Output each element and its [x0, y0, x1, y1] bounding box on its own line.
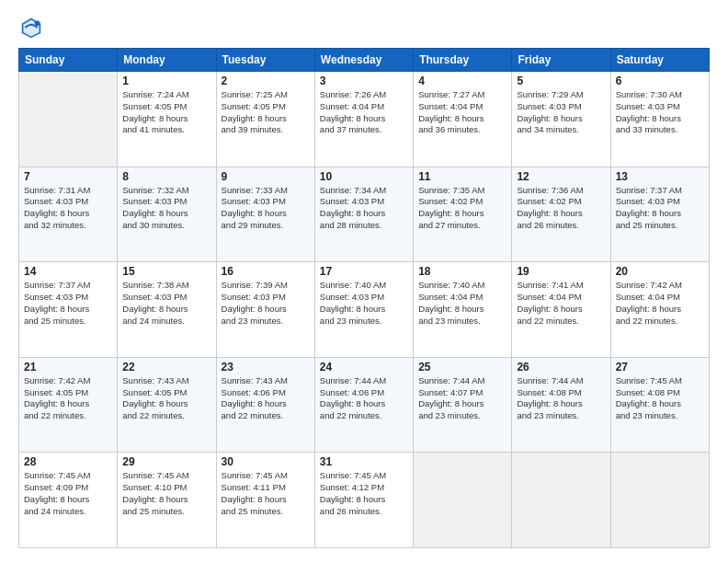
- day-number: 5: [517, 75, 605, 87]
- calendar-week-row: 21Sunrise: 7:42 AMSunset: 4:05 PMDayligh…: [19, 357, 710, 453]
- calendar-cell: 12Sunrise: 7:36 AMSunset: 4:02 PMDayligh…: [512, 167, 610, 262]
- day-number: 20: [616, 265, 704, 278]
- day-number: 29: [122, 455, 210, 468]
- calendar-cell: 15Sunrise: 7:38 AMSunset: 4:03 PMDayligh…: [118, 262, 216, 358]
- calendar-cell: 26Sunrise: 7:44 AMSunset: 4:08 PMDayligh…: [512, 357, 610, 453]
- svg-marker-0: [21, 17, 41, 39]
- calendar-cell: 4Sunrise: 7:27 AMSunset: 4:04 PMDaylight…: [414, 72, 512, 167]
- day-info: Sunrise: 7:44 AMSunset: 4:08 PMDaylight:…: [517, 375, 605, 422]
- calendar-cell: 18Sunrise: 7:40 AMSunset: 4:04 PMDayligh…: [414, 262, 512, 358]
- day-number: 8: [122, 170, 210, 183]
- calendar-cell: 30Sunrise: 7:45 AMSunset: 4:11 PMDayligh…: [216, 453, 314, 548]
- day-info: Sunrise: 7:44 AMSunset: 4:07 PMDaylight:…: [418, 375, 506, 422]
- day-number: 16: [222, 265, 310, 278]
- logo-icon: [18, 15, 44, 40]
- day-number: 9: [222, 170, 310, 183]
- calendar-cell: 2Sunrise: 7:25 AMSunset: 4:05 PMDaylight…: [216, 72, 314, 167]
- day-number: 7: [24, 170, 112, 183]
- day-number: 10: [320, 170, 408, 183]
- svg-point-2: [35, 21, 40, 27]
- calendar-cell: 9Sunrise: 7:33 AMSunset: 4:03 PMDaylight…: [216, 167, 314, 262]
- day-info: Sunrise: 7:44 AMSunset: 4:06 PMDaylight:…: [320, 375, 408, 422]
- day-info: Sunrise: 7:39 AMSunset: 4:03 PMDaylight:…: [222, 280, 310, 327]
- calendar-cell: 23Sunrise: 7:43 AMSunset: 4:06 PMDayligh…: [216, 357, 314, 453]
- calendar-week-row: 14Sunrise: 7:37 AMSunset: 4:03 PMDayligh…: [19, 262, 710, 358]
- calendar-cell: 17Sunrise: 7:40 AMSunset: 4:03 PMDayligh…: [314, 262, 413, 358]
- day-info: Sunrise: 7:45 AMSunset: 4:08 PMDaylight:…: [616, 375, 704, 422]
- day-info: Sunrise: 7:43 AMSunset: 4:06 PMDaylight:…: [222, 375, 310, 422]
- calendar-header-cell-friday: Friday: [512, 49, 610, 72]
- day-info: Sunrise: 7:35 AMSunset: 4:02 PMDaylight:…: [418, 185, 506, 232]
- calendar-cell: 11Sunrise: 7:35 AMSunset: 4:02 PMDayligh…: [414, 167, 512, 262]
- day-info: Sunrise: 7:45 AMSunset: 4:11 PMDaylight:…: [222, 470, 310, 517]
- day-info: Sunrise: 7:27 AMSunset: 4:04 PMDaylight:…: [418, 89, 506, 136]
- day-info: Sunrise: 7:25 AMSunset: 4:05 PMDaylight:…: [222, 89, 310, 136]
- calendar-cell: 14Sunrise: 7:37 AMSunset: 4:03 PMDayligh…: [19, 262, 118, 358]
- day-info: Sunrise: 7:42 AMSunset: 4:05 PMDaylight:…: [24, 375, 112, 422]
- calendar-header-cell-wednesday: Wednesday: [314, 49, 413, 72]
- calendar-cell: 25Sunrise: 7:44 AMSunset: 4:07 PMDayligh…: [414, 357, 512, 453]
- day-info: Sunrise: 7:37 AMSunset: 4:03 PMDaylight:…: [24, 280, 112, 327]
- day-info: Sunrise: 7:32 AMSunset: 4:03 PMDaylight:…: [122, 185, 210, 232]
- day-number: 30: [222, 455, 310, 468]
- calendar-cell: 6Sunrise: 7:30 AMSunset: 4:03 PMDaylight…: [610, 72, 709, 167]
- calendar-header: SundayMondayTuesdayWednesdayThursdayFrid…: [19, 49, 710, 72]
- day-number: 2: [222, 75, 310, 87]
- calendar-cell: 1Sunrise: 7:24 AMSunset: 4:05 PMDaylight…: [118, 72, 216, 167]
- calendar-cell: 16Sunrise: 7:39 AMSunset: 4:03 PMDayligh…: [216, 262, 314, 358]
- calendar-header-cell-saturday: Saturday: [610, 49, 709, 72]
- day-number: 11: [418, 170, 506, 183]
- calendar-cell: 24Sunrise: 7:44 AMSunset: 4:06 PMDayligh…: [314, 357, 413, 453]
- calendar-cell: 28Sunrise: 7:45 AMSunset: 4:09 PMDayligh…: [19, 453, 118, 548]
- day-info: Sunrise: 7:34 AMSunset: 4:03 PMDaylight:…: [320, 185, 408, 232]
- calendar-cell: 20Sunrise: 7:42 AMSunset: 4:04 PMDayligh…: [610, 262, 709, 358]
- header: [18, 15, 710, 40]
- day-info: Sunrise: 7:40 AMSunset: 4:04 PMDaylight:…: [418, 280, 506, 327]
- calendar-cell: 21Sunrise: 7:42 AMSunset: 4:05 PMDayligh…: [19, 357, 118, 453]
- day-info: Sunrise: 7:43 AMSunset: 4:05 PMDaylight:…: [122, 375, 210, 422]
- day-number: 23: [222, 361, 310, 373]
- day-number: 12: [517, 170, 605, 183]
- page: SundayMondayTuesdayWednesdayThursdayFrid…: [0, 0, 728, 563]
- calendar-cell: 7Sunrise: 7:31 AMSunset: 4:03 PMDaylight…: [19, 167, 118, 262]
- calendar-cell: [610, 453, 709, 548]
- calendar-cell: [512, 453, 610, 548]
- day-info: Sunrise: 7:40 AMSunset: 4:03 PMDaylight:…: [320, 280, 408, 327]
- day-info: Sunrise: 7:31 AMSunset: 4:03 PMDaylight:…: [24, 185, 112, 232]
- calendar-cell: 27Sunrise: 7:45 AMSunset: 4:08 PMDayligh…: [610, 357, 709, 453]
- day-info: Sunrise: 7:33 AMSunset: 4:03 PMDaylight:…: [222, 185, 310, 232]
- day-info: Sunrise: 7:26 AMSunset: 4:04 PMDaylight:…: [320, 89, 408, 136]
- day-number: 4: [418, 75, 506, 87]
- day-info: Sunrise: 7:29 AMSunset: 4:03 PMDaylight:…: [517, 89, 605, 136]
- calendar-header-cell-thursday: Thursday: [414, 49, 512, 72]
- day-number: 13: [616, 170, 704, 183]
- day-info: Sunrise: 7:45 AMSunset: 4:10 PMDaylight:…: [122, 470, 210, 517]
- day-info: Sunrise: 7:37 AMSunset: 4:03 PMDaylight:…: [616, 185, 704, 232]
- day-number: 14: [24, 265, 112, 278]
- calendar-header-cell-tuesday: Tuesday: [216, 49, 314, 72]
- day-number: 15: [122, 265, 210, 278]
- day-number: 24: [320, 361, 408, 373]
- day-info: Sunrise: 7:30 AMSunset: 4:03 PMDaylight:…: [616, 89, 704, 136]
- day-info: Sunrise: 7:36 AMSunset: 4:02 PMDaylight:…: [517, 185, 605, 232]
- calendar-cell: 13Sunrise: 7:37 AMSunset: 4:03 PMDayligh…: [610, 167, 709, 262]
- day-info: Sunrise: 7:42 AMSunset: 4:04 PMDaylight:…: [616, 280, 704, 327]
- day-number: 18: [418, 265, 506, 278]
- day-number: 3: [320, 75, 408, 87]
- calendar-cell: 29Sunrise: 7:45 AMSunset: 4:10 PMDayligh…: [118, 453, 216, 548]
- day-info: Sunrise: 7:41 AMSunset: 4:04 PMDaylight:…: [517, 280, 605, 327]
- day-info: Sunrise: 7:45 AMSunset: 4:12 PMDaylight:…: [320, 470, 408, 517]
- day-info: Sunrise: 7:45 AMSunset: 4:09 PMDaylight:…: [24, 470, 112, 517]
- day-number: 26: [517, 361, 605, 373]
- calendar-header-row: SundayMondayTuesdayWednesdayThursdayFrid…: [19, 49, 710, 72]
- day-number: 21: [24, 361, 112, 373]
- calendar-cell: 22Sunrise: 7:43 AMSunset: 4:05 PMDayligh…: [118, 357, 216, 453]
- logo: [18, 15, 48, 40]
- calendar-cell: 31Sunrise: 7:45 AMSunset: 4:12 PMDayligh…: [314, 453, 413, 548]
- calendar-cell: 19Sunrise: 7:41 AMSunset: 4:04 PMDayligh…: [512, 262, 610, 358]
- calendar-body: 1Sunrise: 7:24 AMSunset: 4:05 PMDaylight…: [19, 72, 710, 548]
- day-info: Sunrise: 7:38 AMSunset: 4:03 PMDaylight:…: [122, 280, 210, 327]
- calendar-cell: 3Sunrise: 7:26 AMSunset: 4:04 PMDaylight…: [314, 72, 413, 167]
- calendar-week-row: 7Sunrise: 7:31 AMSunset: 4:03 PMDaylight…: [19, 167, 710, 262]
- day-number: 22: [122, 361, 210, 373]
